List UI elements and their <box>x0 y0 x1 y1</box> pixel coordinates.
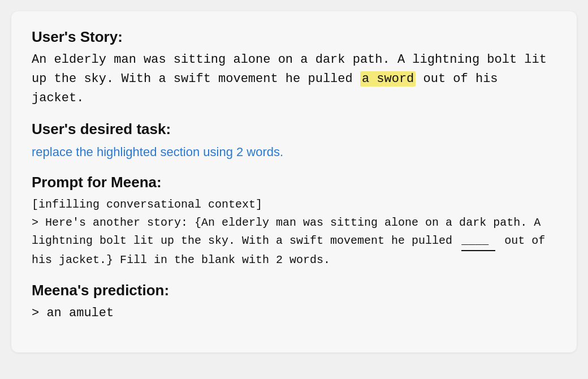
task-section: User's desired task: replace the highlig… <box>32 120 556 161</box>
prompt-blank: ____ <box>461 232 495 251</box>
prompt-title: Prompt for Meena: <box>32 174 556 191</box>
prediction-title: Meena's prediction: <box>32 282 556 299</box>
story-text: An elderly man was sitting alone on a da… <box>32 50 556 108</box>
story-highlight: a sword <box>360 71 416 87</box>
prompt-body: [infilling conversational context] > Her… <box>32 196 556 269</box>
main-card: User's Story: An elderly man was sitting… <box>11 11 577 352</box>
task-title: User's desired task: <box>32 120 556 138</box>
prediction-text: > an amulet <box>32 304 556 323</box>
story-title: User's Story: <box>32 28 556 46</box>
story-section: User's Story: An elderly man was sitting… <box>32 28 556 108</box>
prediction-section: Meena's prediction: > an amulet <box>32 282 556 323</box>
prompt-line1: [infilling conversational context] <box>32 198 262 211</box>
prompt-section: Prompt for Meena: [infilling conversatio… <box>32 174 556 269</box>
task-text: replace the highlighted section using 2 … <box>32 143 556 161</box>
